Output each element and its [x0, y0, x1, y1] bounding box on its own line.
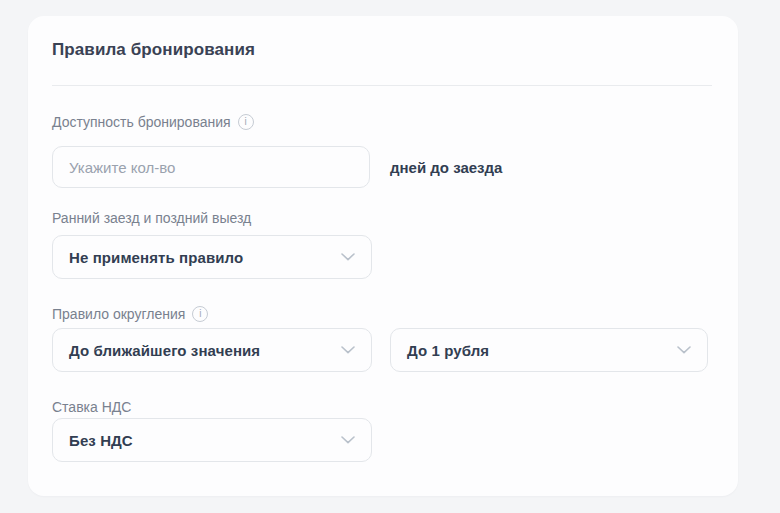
availability-label: Доступность бронирования i — [52, 113, 254, 131]
booking-rules-card: Правила бронирования Доступность брониро… — [28, 16, 738, 496]
rounding-rule-select-value: До ближайшего значения — [69, 342, 260, 359]
chevron-down-icon — [341, 436, 355, 444]
chevron-down-icon — [677, 346, 691, 354]
early-late-label: Ранний заезд и поздний выезд — [52, 209, 251, 227]
rounding-precision-select[interactable]: До 1 рубля — [390, 328, 708, 372]
early-late-label-text: Ранний заезд и поздний выезд — [52, 210, 251, 226]
rounding-label-text: Правило округления — [52, 306, 185, 322]
rounding-rule-select[interactable]: До ближайшего значения — [52, 328, 372, 372]
early-late-select[interactable]: Не применять правило — [52, 235, 372, 279]
vat-label-text: Ставка НДС — [52, 399, 131, 415]
vat-select-value: Без НДС — [69, 432, 133, 449]
early-late-select-value: Не применять правило — [69, 249, 243, 266]
chevron-down-icon — [341, 346, 355, 354]
vat-label: Ставка НДС — [52, 398, 131, 416]
availability-label-text: Доступность бронирования — [52, 114, 231, 130]
chevron-down-icon — [341, 253, 355, 261]
vat-select[interactable]: Без НДС — [52, 418, 372, 462]
page-title: Правила бронирования — [52, 40, 255, 60]
info-icon[interactable]: i — [192, 306, 208, 322]
rounding-label: Правило округления i — [52, 305, 208, 323]
divider — [52, 85, 712, 86]
availability-days-input[interactable] — [52, 146, 370, 188]
availability-suffix: дней до заезда — [390, 146, 502, 188]
info-icon[interactable]: i — [238, 114, 254, 130]
rounding-precision-select-value: До 1 рубля — [407, 342, 489, 359]
